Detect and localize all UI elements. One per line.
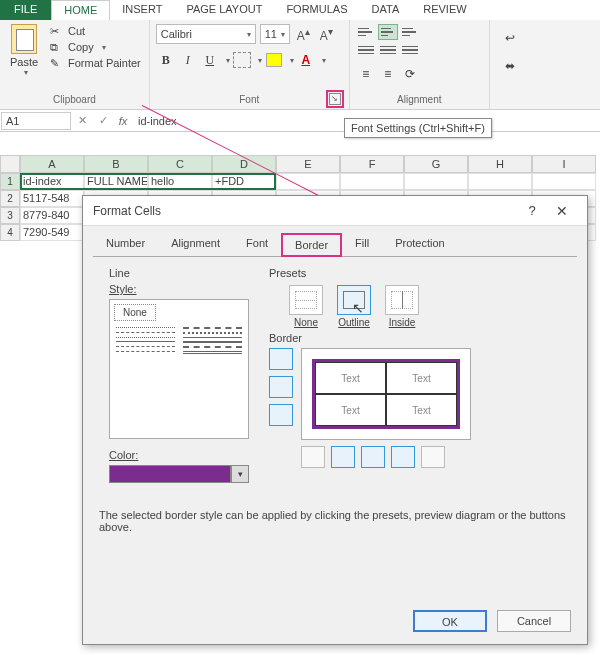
cell[interactable]: id-index [20, 173, 84, 190]
ok-button[interactable]: OK [413, 610, 487, 632]
border-diag2-button[interactable] [421, 446, 445, 468]
col-header[interactable]: G [404, 155, 468, 173]
col-header[interactable]: B [84, 155, 148, 173]
fill-color-button[interactable] [264, 50, 284, 70]
cell[interactable]: 8779-840 [20, 207, 84, 224]
cell[interactable] [468, 173, 532, 190]
preset-inside[interactable]: Inside [385, 285, 419, 328]
tab-alignment[interactable]: Alignment [158, 232, 233, 256]
preview-cell: Text [315, 394, 386, 426]
border-right-button[interactable] [391, 446, 415, 468]
col-header[interactable]: H [468, 155, 532, 173]
fx-icon[interactable]: fx [114, 115, 132, 127]
font-launcher-icon[interactable]: ↘ [329, 93, 341, 105]
preset-outline-icon: ↖ [337, 285, 371, 315]
preset-none-icon [289, 285, 323, 315]
tab-protection[interactable]: Protection [382, 232, 458, 256]
align-bottom[interactable] [400, 24, 420, 40]
col-header[interactable]: I [532, 155, 596, 173]
col-header[interactable]: A [20, 155, 84, 173]
increase-indent[interactable]: ≡ [378, 64, 398, 84]
preset-none[interactable]: None [289, 285, 323, 328]
style-none[interactable]: None [114, 304, 156, 321]
orientation[interactable]: ⟳ [400, 64, 420, 84]
cell[interactable]: hello [148, 173, 212, 190]
underline-button[interactable]: U [200, 50, 220, 70]
bold-button[interactable]: B [156, 50, 176, 70]
tab-formulas[interactable]: FORMULAS [274, 0, 359, 20]
name-box[interactable]: A1 [1, 112, 71, 130]
border-preview[interactable]: Text Text Text Text [301, 348, 471, 440]
cancel-formula-icon[interactable]: ✕ [72, 114, 93, 127]
cancel-button[interactable]: Cancel [497, 610, 571, 632]
align-center[interactable] [378, 42, 398, 58]
close-button[interactable]: ✕ [547, 203, 577, 219]
border-bottom-button[interactable] [269, 404, 293, 426]
font-name-select[interactable]: Calibri▾ [156, 24, 256, 44]
border-hmid-button[interactable] [269, 376, 293, 398]
tab-number[interactable]: Number [93, 232, 158, 256]
format-painter-label: Format Painter [68, 57, 141, 69]
tab-data[interactable]: DATA [360, 0, 412, 20]
cell[interactable]: 5117-548 [20, 190, 84, 207]
align-left[interactable] [356, 42, 376, 58]
fill-icon [266, 53, 282, 67]
col-header[interactable]: E [276, 155, 340, 173]
border-vmid-button[interactable] [361, 446, 385, 468]
border-left-button[interactable] [331, 446, 355, 468]
copy-button[interactable]: Copy▾ [48, 40, 143, 54]
color-select[interactable]: ▾ [109, 465, 249, 483]
align-middle[interactable] [378, 24, 398, 40]
preset-outline[interactable]: ↖Outline [337, 285, 371, 328]
chevron-down-icon[interactable]: ▾ [231, 465, 249, 483]
cell[interactable] [340, 173, 404, 190]
tab-review[interactable]: REVIEW [411, 0, 478, 20]
ribbon-tabs: FILE HOME INSERT PAGE LAYOUT FORMULAS DA… [0, 0, 600, 20]
grow-font-icon[interactable]: A▴ [294, 26, 313, 43]
line-label: Line [109, 267, 249, 279]
cut-button[interactable]: Cut [48, 24, 143, 38]
tab-font[interactable]: Font [233, 232, 281, 256]
merge-button[interactable]: ⬌ [500, 56, 520, 76]
help-button[interactable]: ? [517, 203, 547, 218]
italic-button[interactable]: I [178, 50, 198, 70]
preview-cell: Text [386, 362, 457, 394]
row-header[interactable]: 1 [0, 173, 20, 190]
tab-home[interactable]: HOME [51, 0, 110, 20]
enter-formula-icon[interactable]: ✓ [93, 114, 114, 127]
font-name-value: Calibri [161, 28, 192, 40]
tab-page-layout[interactable]: PAGE LAYOUT [174, 0, 274, 20]
format-painter-button[interactable]: Format Painter [48, 56, 143, 70]
tab-insert[interactable]: INSERT [110, 0, 174, 20]
border-top-button[interactable] [269, 348, 293, 370]
cell[interactable] [276, 173, 340, 190]
file-tab[interactable]: FILE [0, 0, 51, 20]
tab-fill[interactable]: Fill [342, 232, 382, 256]
preview-cell: Text [315, 362, 386, 394]
paste-button[interactable]: Paste ▾ [6, 24, 42, 77]
border-diag1-button[interactable] [301, 446, 325, 468]
cell[interactable]: FULL NAME [84, 173, 148, 190]
font-color-button[interactable]: A [296, 50, 316, 70]
shrink-font-icon[interactable]: A▾ [317, 26, 336, 43]
line-style-list[interactable]: None [109, 299, 249, 439]
decrease-indent[interactable]: ≡ [356, 64, 376, 84]
col-header[interactable]: F [340, 155, 404, 173]
align-right[interactable] [400, 42, 420, 58]
wrap-text-button[interactable]: ↩ [500, 28, 520, 48]
row-header[interactable]: 4 [0, 224, 20, 241]
borders-button[interactable] [232, 50, 252, 70]
align-top[interactable] [356, 24, 376, 40]
cell[interactable] [404, 173, 468, 190]
cell[interactable]: +FDD [212, 173, 276, 190]
cell[interactable] [532, 173, 596, 190]
row-header[interactable]: 3 [0, 207, 20, 224]
cell[interactable]: 7290-549 [20, 224, 84, 241]
chevron-down-icon: ▾ [281, 30, 285, 39]
tab-border[interactable]: Border [281, 233, 342, 257]
col-header[interactable]: C [148, 155, 212, 173]
select-all-corner[interactable] [0, 155, 20, 173]
chevron-down-icon: ▾ [24, 68, 28, 77]
row-header[interactable]: 2 [0, 190, 20, 207]
font-size-select[interactable]: 11▾ [260, 24, 290, 44]
